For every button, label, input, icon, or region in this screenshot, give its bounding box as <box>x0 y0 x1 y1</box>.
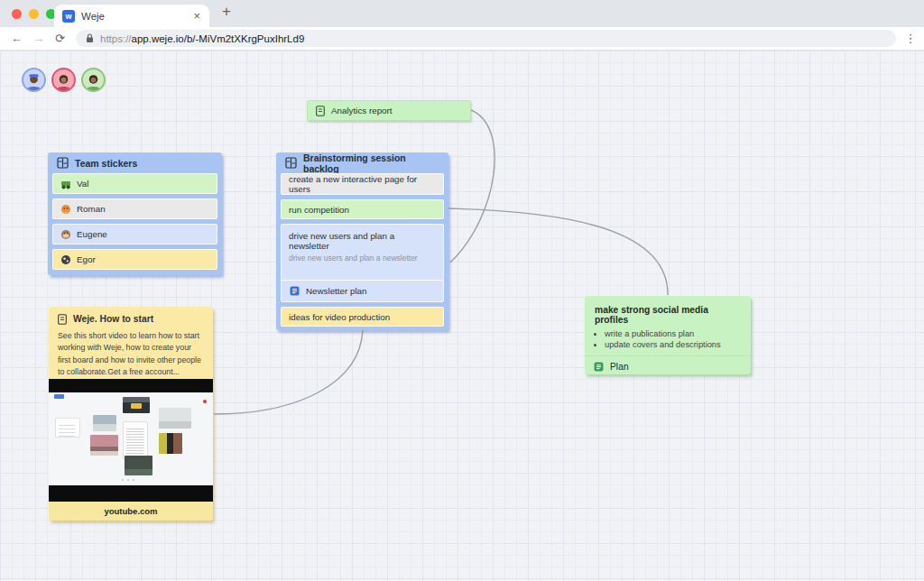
board-grid-icon <box>57 157 69 169</box>
backlog-item[interactable]: ideas for video production <box>281 307 444 327</box>
person-icon <box>54 73 73 90</box>
ball-emoji-icon <box>60 254 71 265</box>
newsletter-plan-link[interactable]: Newsletter plan <box>282 280 443 301</box>
browser-tab[interactable]: w Weje × <box>54 5 209 27</box>
sticker-list: Val Roman Eugene <box>48 173 222 270</box>
plan-label: Plan <box>610 362 629 372</box>
url-text: https://app.weje.io/b/-MiVm2tXKrgPuxIhrL… <box>100 33 304 44</box>
letterbox-bar <box>49 379 213 392</box>
forward-icon[interactable]: → <box>29 32 48 44</box>
letterbox-bar <box>49 485 213 502</box>
card-title: Analytics report <box>331 106 393 115</box>
monkey-emoji-icon <box>60 229 71 240</box>
blue-document-icon <box>290 286 300 296</box>
lock-icon <box>86 33 94 43</box>
back-icon[interactable]: ← <box>7 32 26 44</box>
url-rest: app.weje.io/b/-MiVm2tXKrgPuxIhrLd9 <box>132 33 305 44</box>
thumb-photo-pink-room <box>90 435 118 456</box>
task-bullet: write a publications plan <box>605 329 744 338</box>
card-title: make strong social media profiles <box>585 296 751 327</box>
thumb-note <box>55 418 80 438</box>
thumb-photo-green-room <box>125 456 152 475</box>
card-brainstorming-backlog[interactable]: Brainstorming session backlog create a n… <box>276 152 448 330</box>
reload-icon[interactable]: ⟳ <box>51 32 69 44</box>
sticker-roman[interactable]: Roman <box>52 198 217 219</box>
card-title: Team stickers <box>75 158 137 169</box>
tab-close-icon[interactable]: × <box>192 9 201 23</box>
card-team-stickers[interactable]: Team stickers Val Roman <box>48 152 222 275</box>
item-title: drive new users and plan a newsletter <box>282 225 443 252</box>
thumb-document <box>123 421 148 459</box>
video-source-label: youtube.com <box>49 502 213 521</box>
weje-favicon-icon: w <box>62 10 75 23</box>
card-social-media-profiles[interactable]: make strong social media profiles write … <box>585 296 751 374</box>
new-tab-button[interactable]: + <box>222 3 231 21</box>
thumb-video-top <box>159 433 182 454</box>
close-window-button[interactable] <box>12 9 22 19</box>
tractor-emoji-icon <box>60 179 71 189</box>
task-bullet: update covers and descriptions <box>605 340 744 349</box>
url-scheme: https:// <box>100 33 132 44</box>
card-title: Weje. How to start <box>73 314 153 324</box>
item-subtitle: drive new users and plan a newsletter <box>282 252 443 264</box>
backlog-item[interactable]: create a new interactive page for users <box>281 173 444 195</box>
avatar[interactable] <box>81 68 106 92</box>
tab-strip: w Weje × + <box>0 0 924 27</box>
collaborator-avatars <box>22 68 106 92</box>
fox-emoji-icon <box>60 204 71 215</box>
item-text: create a new interactive page for users <box>289 174 436 194</box>
sticker-eugene[interactable]: Eugene <box>52 224 217 244</box>
sticker-label: Roman <box>77 204 106 214</box>
green-document-icon <box>594 362 604 372</box>
browser-chrome: w Weje × + ← → ⟳ https://app.weje.io/b/-… <box>0 0 924 51</box>
backlog-list: create a new interactive page for users … <box>276 173 448 327</box>
board-grid-icon <box>285 157 297 169</box>
sticker-val[interactable]: Val <box>52 173 217 194</box>
card-header: Weje. How to start <box>49 307 213 328</box>
tab-title: Weje <box>81 11 192 22</box>
backlog-item[interactable]: run competition <box>281 199 444 219</box>
browser-toolbar: ← → ⟳ https://app.weje.io/b/-MiVm2tXKrgP… <box>0 27 924 51</box>
link-label: Newsletter plan <box>306 286 367 296</box>
thumb-red-dot <box>203 400 207 403</box>
person-icon <box>24 73 43 90</box>
video-link-preview[interactable]: youtube.com <box>49 379 213 521</box>
avatar[interactable] <box>22 68 46 92</box>
sticker-egor[interactable]: Egor <box>52 249 217 270</box>
card-description: See this short video to learn how to sta… <box>49 328 213 380</box>
thumb-photo-couch <box>93 415 116 431</box>
document-icon <box>316 106 325 116</box>
backlog-item-newsletter[interactable]: drive new users and plan a newsletter dr… <box>281 224 444 302</box>
card-title: Brainstorming session backlog <box>303 152 439 174</box>
sticker-label: Egor <box>77 254 96 264</box>
item-text: ideas for video production <box>289 312 390 322</box>
card-analytics-report[interactable]: Analytics report <box>307 100 471 121</box>
thumb-toolbar-chip <box>54 394 64 399</box>
item-text: run competition <box>289 205 349 215</box>
plan-link[interactable]: Plan <box>585 356 751 377</box>
address-bar[interactable]: https://app.weje.io/b/-MiVm2tXKrgPuxIhrL… <box>76 30 896 47</box>
minimize-window-button[interactable] <box>29 9 39 19</box>
task-bullet-list: write a publications plan update covers … <box>585 329 751 349</box>
sticker-label: Val <box>77 179 88 189</box>
card-header: Team stickers <box>48 152 222 173</box>
thumb-pagination-dots <box>122 479 134 481</box>
document-icon <box>58 314 67 325</box>
card-header: Brainstorming session backlog <box>276 152 448 173</box>
window-controls <box>12 9 56 19</box>
thumb-photo-room-light <box>159 408 191 429</box>
browser-menu-icon[interactable]: ⋮ <box>904 32 917 45</box>
thumb-photo-taxi <box>123 397 150 413</box>
card-weje-how-to-start[interactable]: Weje. How to start See this short video … <box>49 307 213 521</box>
video-thumbnail <box>49 392 213 485</box>
person-icon <box>84 73 103 90</box>
avatar[interactable] <box>51 68 76 92</box>
sticker-label: Eugene <box>77 229 107 239</box>
